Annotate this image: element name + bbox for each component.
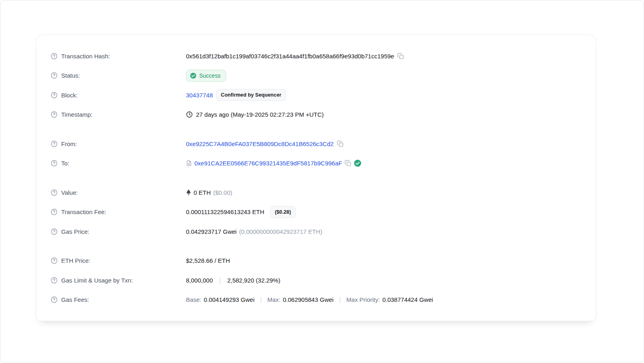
- eth-price-label: ETH Price:: [61, 257, 91, 264]
- block-label: Block:: [61, 92, 78, 99]
- help-icon[interactable]: [51, 140, 58, 147]
- sequencer-confirmation-badge: Confirmed by Sequencer: [216, 89, 286, 101]
- status-label-group: Status:: [51, 72, 186, 79]
- value-usd: ($0.00): [213, 189, 233, 196]
- gas-fees-max-priority-value: 0.038774424 Gwei: [382, 296, 433, 303]
- ethereum-icon: [186, 189, 191, 196]
- transaction-hash-label-group: Transaction Hash:: [51, 53, 186, 60]
- copy-icon: [397, 53, 404, 60]
- row-gas-fees: Gas Fees: Base: 0.004149293 Gwei | Max: …: [51, 290, 581, 310]
- from-address-link[interactable]: 0xe9225C7A4B0eFA037E5B809Dc8Dc41B6526c3C…: [186, 140, 334, 147]
- gas-fees-base-value: 0.004149293 Gwei: [204, 296, 254, 303]
- separator: |: [336, 296, 344, 303]
- row-status: Status: Success: [51, 66, 581, 86]
- to-address-link[interactable]: 0xe91CA2EE0566E76C99321435E9dF5817b9C996…: [194, 160, 342, 167]
- gas-price-gwei: 0.042923717 Gwei: [186, 228, 237, 235]
- gas-price-eth-equivalent: (0.000000000042923717 ETH): [239, 228, 322, 235]
- gas-limit-value: 8,000,000: [186, 277, 213, 284]
- help-icon[interactable]: [51, 228, 58, 235]
- copy-to-address-button[interactable]: [345, 160, 351, 167]
- block-number-link[interactable]: 30437748: [186, 92, 213, 99]
- transaction-hash-label: Transaction Hash:: [61, 53, 110, 60]
- status-badge-text: Success: [199, 72, 221, 79]
- row-timestamp: Timestamp: 27 days ago (May-19-2025 02:2…: [51, 105, 581, 125]
- row-to: To: 0xe91CA2EE0566E76C99321435E9dF5817b9…: [51, 154, 581, 173]
- timestamp-label-group: Timestamp:: [51, 111, 186, 118]
- gas-limit-usage-label: Gas Limit & Usage by Txn:: [61, 277, 133, 284]
- contract-file-icon: [186, 160, 192, 167]
- row-gas-price: Gas Price: 0.042923717 Gwei (0.000000000…: [51, 222, 581, 241]
- gas-fees-max-priority-label: Max Priority:: [347, 296, 380, 303]
- copy-hash-button[interactable]: [397, 53, 404, 60]
- help-icon[interactable]: [51, 160, 58, 167]
- help-icon[interactable]: [51, 111, 58, 118]
- value-amount: 0 ETH: [194, 189, 211, 196]
- row-block: Block: 30437748 Confirmed by Sequencer: [51, 85, 581, 105]
- help-icon[interactable]: [51, 72, 58, 79]
- copy-from-address-button[interactable]: [337, 140, 344, 147]
- eth-price-label-group: ETH Price:: [51, 257, 186, 264]
- to-label-group: To:: [51, 160, 186, 167]
- status-label: Status:: [61, 72, 80, 79]
- row-gas-limit-usage: Gas Limit & Usage by Txn: 8,000,000 | 2,…: [51, 270, 581, 290]
- value-label: Value:: [61, 189, 78, 196]
- clock-icon: [186, 111, 193, 118]
- gas-price-label: Gas Price:: [61, 228, 89, 235]
- help-icon[interactable]: [51, 277, 58, 284]
- gas-fees-base-label: Base:: [186, 296, 201, 303]
- row-transaction-hash: Transaction Hash: 0x561d3f12bafb1c199af0…: [51, 46, 581, 66]
- help-icon[interactable]: [51, 296, 58, 303]
- row-transaction-fee: Transaction Fee: 0.000111322594613243 ET…: [51, 202, 581, 222]
- row-eth-price: ETH Price: $2,528.66 / ETH: [51, 251, 581, 271]
- gas-limit-usage-label-group: Gas Limit & Usage by Txn:: [51, 277, 186, 284]
- help-icon[interactable]: [51, 189, 58, 196]
- from-label: From:: [61, 140, 77, 147]
- window-frame: Transaction Hash: 0x561d3f12bafb1c199af0…: [0, 0, 644, 363]
- gas-fees-label-group: Gas Fees:: [51, 296, 186, 303]
- success-check-icon: [190, 72, 196, 79]
- copy-icon: [345, 160, 351, 167]
- transaction-fee-label: Transaction Fee:: [61, 208, 106, 215]
- timestamp-value: 27 days ago (May-19-2025 02:27:23 PM +UT…: [196, 111, 324, 118]
- transaction-fee-label-group: Transaction Fee:: [51, 208, 186, 215]
- from-label-group: From:: [51, 140, 186, 147]
- row-value: Value: 0 ETH ($0.00): [51, 183, 581, 202]
- row-from: From: 0xe9225C7A4B0eFA037E5B809Dc8Dc41B6…: [51, 134, 581, 154]
- status-badge: Success: [186, 70, 226, 82]
- transaction-hash-value: 0x561d3f12bafb1c199af03746c2f31a44aa4f1f…: [186, 53, 394, 60]
- block-label-group: Block:: [51, 92, 186, 99]
- transaction-fee-usd-badge: ($0.28): [270, 206, 296, 218]
- help-icon[interactable]: [51, 92, 58, 99]
- transaction-details-card: Transaction Hash: 0x561d3f12bafb1c199af0…: [36, 35, 596, 321]
- help-icon[interactable]: [51, 208, 58, 215]
- verified-check-icon: [354, 159, 361, 167]
- gas-fees-label: Gas Fees:: [61, 296, 89, 303]
- gas-usage-value: 2,582,920 (32.29%): [227, 277, 281, 284]
- to-label: To:: [61, 160, 69, 167]
- value-label-group: Value:: [51, 189, 186, 196]
- separator: |: [257, 296, 265, 303]
- transaction-fee-amount: 0.000111322594613243 ETH: [186, 208, 264, 215]
- gas-fees-max-value: 0.062905843 Gwei: [283, 296, 334, 303]
- help-icon[interactable]: [51, 257, 58, 264]
- separator: |: [216, 277, 224, 284]
- eth-price-value: $2,528.66 / ETH: [186, 257, 230, 264]
- gas-fees-max-label: Max:: [267, 296, 281, 303]
- help-icon[interactable]: [51, 53, 58, 60]
- gas-price-label-group: Gas Price:: [51, 228, 186, 235]
- timestamp-label: Timestamp:: [61, 111, 93, 118]
- copy-icon: [337, 140, 344, 147]
